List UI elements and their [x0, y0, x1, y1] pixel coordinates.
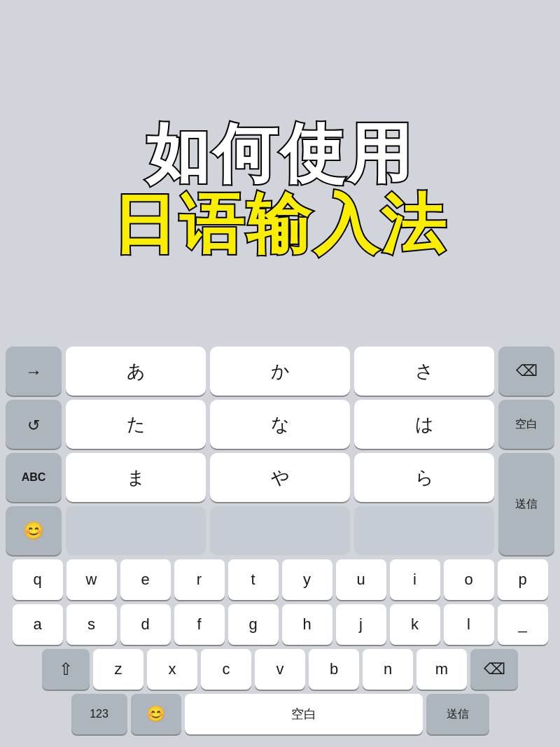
undo-icon	[27, 414, 40, 435]
key-w[interactable]: w	[66, 559, 117, 600]
kana-empty1	[66, 506, 206, 555]
send-qwerty-key[interactable]: 送信	[426, 694, 489, 734]
key-l[interactable]: l	[444, 604, 494, 645]
delete-kana-key[interactable]: ⌫	[498, 347, 554, 396]
key-i[interactable]: i	[390, 559, 440, 600]
qwerty-keyboard: q w e r t y u i o p a s d f g h j k l _	[3, 559, 557, 734]
keyboard-container: あ か さ ⌫ た な は 空白 ABC ま や ら 送信 😊 q	[0, 341, 560, 747]
key-s[interactable]: s	[66, 604, 117, 645]
key-x[interactable]: x	[147, 649, 197, 690]
key-b[interactable]: b	[309, 649, 359, 690]
shift-key[interactable]	[42, 649, 90, 690]
shift-icon	[59, 659, 73, 679]
key-c[interactable]: c	[201, 649, 251, 690]
qwerty-row2: a s d f g h j k l _	[6, 604, 554, 645]
overlay-line2: 日语输入法	[112, 189, 448, 260]
abc-label: ABC	[22, 471, 46, 484]
emoji-qwerty-icon: 😊	[146, 705, 165, 723]
key-f[interactable]: f	[174, 604, 225, 645]
kana-ya[interactable]: や	[210, 453, 350, 502]
overlay-container: 如何使用 日语输入法	[0, 0, 560, 378]
emoji-kana-key[interactable]: 😊	[6, 506, 62, 555]
key-p[interactable]: p	[498, 559, 548, 600]
key-r[interactable]: r	[174, 559, 225, 600]
kana-a[interactable]: あ	[66, 347, 206, 396]
delete-qwerty-key[interactable]	[470, 649, 518, 690]
arrow-key[interactable]	[6, 347, 62, 396]
kana-ka[interactable]: か	[210, 347, 350, 396]
key-y[interactable]: y	[282, 559, 332, 600]
key-j[interactable]: j	[336, 604, 386, 645]
key-h[interactable]: h	[282, 604, 332, 645]
space-kana-key[interactable]: 空白	[498, 400, 554, 449]
kana-sa[interactable]: さ	[354, 347, 494, 396]
key-t[interactable]: t	[228, 559, 279, 600]
kana-ta[interactable]: た	[66, 400, 206, 449]
key-m[interactable]: m	[416, 649, 467, 690]
numbers-key[interactable]: 123	[71, 694, 127, 734]
arrow-right-icon	[25, 361, 42, 382]
delete-kana-icon: ⌫	[516, 362, 538, 380]
undo-key[interactable]	[6, 400, 62, 449]
kana-ra[interactable]: ら	[354, 453, 494, 502]
key-q[interactable]: q	[13, 559, 63, 600]
key-underscore[interactable]: _	[498, 604, 548, 645]
abc-key[interactable]: ABC	[6, 453, 62, 502]
key-e[interactable]: e	[120, 559, 171, 600]
kana-ma[interactable]: ま	[66, 453, 206, 502]
key-n[interactable]: n	[363, 649, 413, 690]
kana-empty3	[354, 506, 494, 555]
kana-na[interactable]: な	[210, 400, 350, 449]
qwerty-row1: q w e r t y u i o p	[6, 559, 554, 600]
delete-qwerty-icon	[484, 660, 505, 678]
key-a[interactable]: a	[13, 604, 63, 645]
key-z[interactable]: z	[93, 649, 144, 690]
kana-keyboard: あ か さ ⌫ た な は 空白 ABC ま や ら 送信 😊	[3, 347, 557, 555]
overlay-line1: 如何使用	[146, 118, 414, 189]
qwerty-row4: 123 😊 空白 送信	[6, 694, 554, 734]
kana-ha[interactable]: は	[354, 400, 494, 449]
space-qwerty-key[interactable]: 空白	[185, 694, 423, 734]
key-o[interactable]: o	[444, 559, 494, 600]
emoji-qwerty-key[interactable]: 😊	[131, 694, 181, 734]
qwerty-row3: z x c v b n m	[6, 649, 554, 690]
key-u[interactable]: u	[336, 559, 386, 600]
key-k[interactable]: k	[390, 604, 440, 645]
key-g[interactable]: g	[228, 604, 279, 645]
key-v[interactable]: v	[255, 649, 305, 690]
kana-empty2	[210, 506, 350, 555]
key-d[interactable]: d	[120, 604, 171, 645]
send-kana-key[interactable]: 送信	[498, 453, 554, 555]
emoji-kana-icon: 😊	[23, 521, 44, 540]
